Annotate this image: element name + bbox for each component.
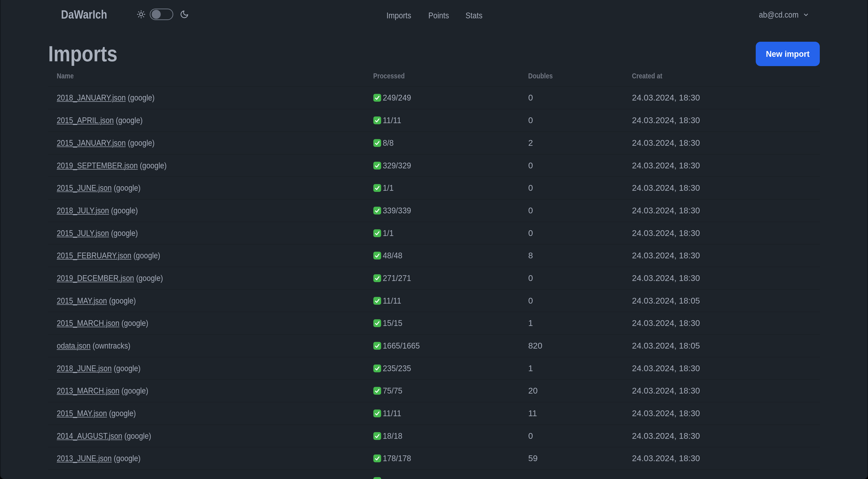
cell-processed: 271/271 xyxy=(365,267,520,290)
cell-created-at: 24.03.2024, 18:30 xyxy=(623,312,820,334)
check-icon xyxy=(373,229,381,237)
created-at: 24.03.2024, 18:05 xyxy=(632,295,700,307)
cell-name: odata.json (owntracks) xyxy=(48,334,365,357)
processed-count: 8/8 xyxy=(383,137,394,149)
created-at: 24.03.2024, 18:30 xyxy=(632,159,700,172)
cell-doubles: 0 xyxy=(520,177,623,199)
created-at: 24.03.2024, 18:30 xyxy=(632,385,700,397)
page-head: Imports New import xyxy=(48,42,820,66)
cell-created-at: 24.03.2024, 18:30 xyxy=(623,380,820,402)
nav-item-stats[interactable]: Stats xyxy=(464,9,484,22)
import-file-link[interactable]: 2015_FEBRUARY.json xyxy=(57,251,131,260)
import-file-link[interactable]: 2018_JULY.json xyxy=(57,206,109,215)
import-source: (google) xyxy=(120,386,149,395)
cell-created-at: 24.03.2024, 18:30 xyxy=(623,132,820,154)
cell-processed: 8/8 xyxy=(365,132,520,154)
processed-count: 329/329 xyxy=(383,159,411,172)
cell-doubles: 0 xyxy=(520,267,623,290)
check-icon xyxy=(373,319,381,327)
import-source: (google) xyxy=(138,161,167,170)
column-header-processed: Processed xyxy=(365,65,520,87)
cell-doubles: 59 xyxy=(520,447,623,470)
created-at: 24.03.2024, 18:05 xyxy=(632,340,700,352)
cell-name: 2018_JULY.json (google) xyxy=(48,199,365,222)
processed-count: 15/15 xyxy=(383,317,402,329)
import-file-link[interactable]: 2013_JUNE.json xyxy=(57,454,112,463)
processed-count: 235/235 xyxy=(383,362,411,375)
import-file-link[interactable]: 2013_MARCH.json xyxy=(57,386,119,395)
table-row: 2019_DECEMBER.json (google) 271/271 0 24… xyxy=(48,267,820,290)
doubles-count: 0 xyxy=(528,182,533,194)
chevron-down-icon xyxy=(803,11,809,18)
table-row: 2018_JUNE.json (google) 235/235 1 24.03.… xyxy=(48,357,820,380)
cell-name: 2015_MARCH.json (google) xyxy=(48,312,365,334)
cell-name: 2015_MAY.json (google) xyxy=(48,402,365,425)
import-file-link[interactable]: 2015_JULY.json xyxy=(57,229,109,238)
check-icon xyxy=(373,454,381,462)
check-icon xyxy=(373,274,381,282)
import-file-link[interactable]: 2015_MAY.json xyxy=(57,409,107,418)
cell-doubles: 11 xyxy=(520,402,623,425)
cell-created-at: 24.03.2024, 18:30 xyxy=(623,244,820,267)
sun-icon xyxy=(136,9,146,19)
cell-name: 2013_JUNE.json (google) xyxy=(48,447,365,470)
check-icon xyxy=(373,139,381,147)
brand-logo[interactable]: DaWarIch xyxy=(61,8,107,21)
import-source: (google) xyxy=(112,454,141,463)
created-at: 24.03.2024, 18:30 xyxy=(632,137,700,149)
cell-doubles: 20 xyxy=(520,380,623,402)
import-file-link[interactable]: 2018_JUNE.json xyxy=(57,364,112,373)
import-file-link[interactable]: 2015_APRIL.json xyxy=(57,116,114,125)
cell-created-at: 24.03.2024, 18:30 xyxy=(623,222,820,244)
processed-count: 339/339 xyxy=(383,205,411,217)
import-source: (google) xyxy=(114,116,143,125)
check-icon xyxy=(373,94,381,102)
import-file-link[interactable]: 2019_DECEMBER.json xyxy=(57,273,134,283)
cell-name: 2015_JULY.json (google) xyxy=(48,222,365,244)
main-nav: Imports Points Stats xyxy=(385,1,484,30)
cell-doubles: 0 xyxy=(520,199,623,222)
cell-name: 2019_DECEMBER.json (google) xyxy=(48,267,365,290)
doubles-count: 20 xyxy=(528,385,537,397)
cell-created-at: 24.03.2024, 18:30 xyxy=(623,402,820,425)
import-file-link[interactable]: 2018_JANUARY.json xyxy=(57,93,126,102)
import-file-link[interactable]: odata.json xyxy=(57,341,91,350)
table-row: 2015_MAY.json (google) 11/11 11 24.03.20… xyxy=(48,402,820,425)
check-icon xyxy=(373,477,381,479)
new-import-button[interactable]: New import xyxy=(756,42,820,66)
user-menu[interactable]: ab@cd.com xyxy=(753,0,809,29)
cell-name: 2013_MARCH.json (google) xyxy=(48,380,365,402)
cell-created-at: 24.03.2024, 18:30 xyxy=(623,86,820,109)
app-window: DaWarIch xyxy=(0,0,868,479)
theme-toggle[interactable] xyxy=(150,8,173,20)
cell-created-at: 24.03.2024, 18:30 xyxy=(623,447,820,470)
column-header-name: Name xyxy=(48,65,365,87)
import-file-link[interactable]: 2015_JANUARY.json xyxy=(57,138,126,148)
import-source: (google) xyxy=(126,93,155,102)
cell-processed: 1/1 xyxy=(365,177,520,199)
cell-created-at xyxy=(623,470,820,479)
cell-created-at: 24.03.2024, 18:30 xyxy=(623,267,820,290)
import-file-link[interactable]: 2019_SEPTEMBER.json xyxy=(57,161,137,170)
import-file-link[interactable]: 2015_JUNE.json xyxy=(57,183,112,192)
table-row: 2018_JANUARY.json (google) 249/249 0 24.… xyxy=(48,86,820,109)
cell-processed: 339/339 xyxy=(365,199,520,222)
cell-name: 2015_JUNE.json (google) xyxy=(48,177,365,199)
import-file-link[interactable]: 2015_MARCH.json xyxy=(57,319,119,328)
nav-item-imports[interactable]: Imports xyxy=(385,9,413,22)
cell-created-at: 24.03.2024, 18:30 xyxy=(623,154,820,177)
cell-doubles: 0 xyxy=(520,222,623,244)
nav-item-points[interactable]: Points xyxy=(427,9,450,22)
import-file-link[interactable]: 2014_AUGUST.json xyxy=(57,431,122,441)
doubles-count: 0 xyxy=(528,205,533,217)
cell-processed: 11/11 xyxy=(365,402,520,425)
processed-count: 178/178 xyxy=(383,452,411,465)
processed-count: 1/1 xyxy=(383,227,394,239)
cell-doubles: 1 xyxy=(520,357,623,380)
import-file-link[interactable]: 2015_MAY.json xyxy=(57,296,107,305)
cell-doubles: 0 xyxy=(520,109,623,132)
cell-name: 2018_JANUARY.json (google) xyxy=(48,86,365,109)
doubles-count: 0 xyxy=(528,159,533,172)
import-source: (google) xyxy=(112,364,141,373)
cell-created-at: 24.03.2024, 18:30 xyxy=(623,109,820,132)
